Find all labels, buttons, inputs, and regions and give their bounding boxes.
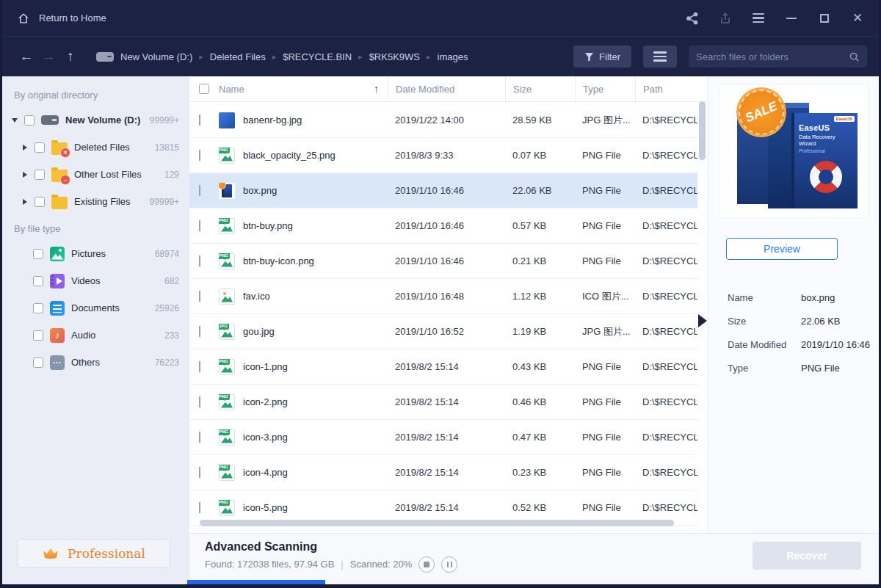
- column-header-name[interactable]: Name ↑: [219, 76, 388, 101]
- file-size: 28.59 KB: [505, 115, 575, 126]
- breadcrumb-item-recycle-bin[interactable]: $RECYCLE.BIN: [283, 51, 352, 62]
- sidebar-item-others[interactable]: Others76223: [2, 349, 189, 376]
- table-row-icon-4-png[interactable]: PNGicon-4.png2019/8/2 15:140.23 KBPNG Fi…: [189, 455, 697, 490]
- file-date: 2019/8/2 15:14: [388, 502, 505, 513]
- professional-button[interactable]: Professional: [17, 539, 170, 568]
- row-checkbox[interactable]: [199, 150, 200, 161]
- search-box[interactable]: [689, 46, 867, 68]
- file-date: 2019/1/10 16:46: [388, 255, 505, 266]
- detail-label: Type: [728, 363, 801, 374]
- row-checkbox[interactable]: [199, 432, 200, 443]
- row-checkbox[interactable]: [199, 396, 200, 407]
- row-checkbox[interactable]: [199, 255, 200, 266]
- maximize-button[interactable]: [818, 12, 831, 25]
- tree-checkbox[interactable]: [35, 170, 45, 180]
- row-checkbox[interactable]: [199, 115, 200, 126]
- file-type: JPG 图片...: [575, 114, 635, 127]
- file-date: 2019/8/2 15:14: [388, 467, 505, 478]
- sidebar-item-deleted-files[interactable]: Deleted Files13815: [2, 134, 189, 161]
- table-row-icon-2-png[interactable]: PNGicon-2.png2019/8/2 15:140.46 KBPNG Fi…: [189, 385, 697, 420]
- file-name: gou.jpg: [243, 326, 275, 337]
- breadcrumb-item-rk5k9ws[interactable]: $RK5K9WS: [369, 51, 420, 62]
- expander-right-icon[interactable]: [21, 172, 28, 178]
- file-type: PNG File: [575, 255, 635, 266]
- table-row-btn-buy-icon-png[interactable]: PNGbtn-buy-icon.png2019/1/10 16:460.21 K…: [189, 244, 697, 279]
- minimize-button[interactable]: [785, 12, 798, 25]
- row-checkbox[interactable]: [199, 291, 200, 302]
- row-checkbox[interactable]: [199, 220, 200, 231]
- table-row-icon-1-png[interactable]: PNGicon-1.png2019/8/2 15:140.43 KBPNG Fi…: [189, 349, 697, 385]
- type-checkbox[interactable]: [33, 276, 43, 286]
- table-row-icon-3-png[interactable]: PNGicon-3.png2019/8/2 15:140.47 KBPNG Fi…: [189, 420, 697, 455]
- row-checkbox[interactable]: [199, 361, 200, 372]
- sidebar-item-existing-files[interactable]: Existing Files99999+: [2, 188, 189, 215]
- file-type: PNG File: [575, 396, 635, 407]
- column-header-date-modified[interactable]: Date Modified: [388, 76, 505, 101]
- breadcrumb-item-images[interactable]: images: [438, 51, 468, 62]
- type-checkbox[interactable]: [33, 357, 43, 368]
- file-format-badge: PNG: [219, 148, 230, 153]
- row-checkbox[interactable]: [199, 185, 200, 196]
- table-row-black-opacity-25-png[interactable]: PNGblack_opacity_25.png2019/8/3 9:330.07…: [189, 138, 697, 173]
- breadcrumb-item-deleted-files[interactable]: Deleted Files: [210, 51, 266, 62]
- file-date: 2019/8/2 15:14: [388, 432, 505, 443]
- recover-button[interactable]: Recover: [753, 542, 861, 570]
- breadcrumb-item-new-volume-d[interactable]: New Volume (D:): [120, 51, 192, 62]
- sidebar-item-documents[interactable]: Documents25926: [2, 294, 189, 322]
- tree-checkbox[interactable]: [24, 115, 35, 126]
- table-row-btn-buy-png[interactable]: PNGbtn-buy.png2019/1/10 16:460.57 KBPNG …: [189, 208, 697, 244]
- column-header-path[interactable]: Path: [635, 76, 708, 101]
- preview-button[interactable]: Preview: [726, 238, 838, 260]
- pause-scan-button[interactable]: [441, 556, 457, 573]
- type-checkbox[interactable]: [33, 330, 43, 341]
- product-box-image: SALE EaseUS EaseUS Data Recovery Wizard …: [719, 85, 868, 217]
- table-row-box-png[interactable]: box.png2019/1/10 16:4622.06 KBPNG FileD:…: [189, 173, 697, 208]
- sidebar-item-other-lost-files[interactable]: Other Lost Files129: [2, 161, 189, 188]
- select-all-checkbox[interactable]: [199, 84, 209, 94]
- back-button[interactable]: ←: [15, 48, 37, 65]
- file-count: 13815: [155, 142, 179, 153]
- sidebar-item-pictures[interactable]: Pictures68974: [2, 240, 189, 267]
- tree-checkbox[interactable]: [35, 197, 45, 207]
- file-name: banenr-bg.jpg: [243, 115, 302, 126]
- view-options-button[interactable]: [643, 46, 677, 68]
- collapse-panel-arrow-icon[interactable]: [698, 314, 707, 327]
- column-header-size[interactable]: Size: [505, 76, 575, 101]
- close-button[interactable]: ✕: [851, 12, 864, 25]
- row-checkbox[interactable]: [199, 502, 200, 513]
- up-button[interactable]: ↑: [59, 48, 81, 65]
- horizontal-scrollbar[interactable]: [200, 520, 674, 526]
- table-row-fav-ico[interactable]: fav.ico2019/1/10 16:481.12 KBICO 图片...D:…: [189, 279, 697, 314]
- type-checkbox[interactable]: [33, 303, 43, 313]
- file-path: D:\$RECYCLE.B: [635, 361, 697, 372]
- return-to-home-button[interactable]: Return to Home: [39, 12, 106, 23]
- funnel-icon: [584, 52, 594, 62]
- type-checkbox[interactable]: [33, 249, 43, 259]
- column-header-type[interactable]: Type: [575, 76, 635, 101]
- sidebar-item-videos[interactable]: Videos682: [2, 267, 189, 294]
- stop-scan-button[interactable]: [418, 556, 435, 573]
- row-checkbox[interactable]: [199, 467, 200, 478]
- sidebar-item-label: Other Lost Files: [74, 169, 158, 180]
- table-row-banenr-bg-jpg[interactable]: banenr-bg.jpg2019/1/22 14:0028.59 KBJPG …: [189, 103, 697, 138]
- sidebar-item-audio[interactable]: Audio233: [2, 322, 189, 349]
- search-input[interactable]: [696, 51, 849, 62]
- scanned-percent: Scanned: 20%: [350, 559, 413, 570]
- share-icon[interactable]: [686, 12, 699, 25]
- app-menu-icon[interactable]: [752, 12, 765, 25]
- row-checkbox[interactable]: [199, 326, 200, 337]
- expander-down-icon[interactable]: [11, 118, 18, 123]
- stop-icon: [424, 562, 429, 567]
- expander-right-icon[interactable]: [21, 199, 28, 205]
- sort-ascending-icon[interactable]: ↑: [374, 83, 379, 95]
- filter-button[interactable]: Filter: [573, 46, 631, 68]
- detail-row-name: Namebox.png: [728, 292, 879, 303]
- file-size: 0.57 KB: [505, 220, 575, 231]
- expander-right-icon[interactable]: [21, 145, 28, 150]
- sidebar-item-new-volume-d[interactable]: New Volume (D:)99999+: [2, 106, 189, 134]
- tree-checkbox[interactable]: [35, 142, 45, 153]
- table-row-gou-jpg[interactable]: JPGgou.jpg2019/1/10 16:521.19 KBJPG 图片..…: [189, 314, 697, 349]
- file-path: D:\$RECYCLE.B: [635, 326, 697, 337]
- sidebar-item-label: Videos: [71, 275, 158, 286]
- vertical-scrollbar-thumb[interactable]: [699, 101, 706, 160]
